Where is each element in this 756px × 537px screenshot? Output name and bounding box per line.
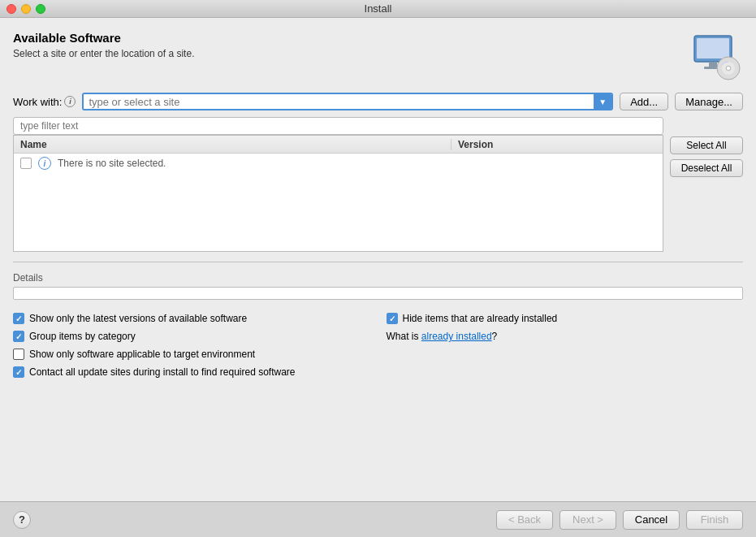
checkbox-label-2: Group items by category bbox=[29, 331, 136, 342]
site-input-wrapper: ▼ bbox=[82, 93, 613, 110]
table-header: Name Version bbox=[14, 136, 663, 154]
checkbox-row-3: Show only software applicable to target … bbox=[13, 349, 370, 360]
checkbox-contact-update-sites[interactable] bbox=[13, 366, 24, 378]
manage-button[interactable]: Manage... bbox=[675, 93, 743, 110]
checkbox-label-1: Show only the latest versions of availab… bbox=[29, 313, 247, 324]
deselect-all-button[interactable]: Deselect All bbox=[670, 159, 743, 177]
bottom-right: < Back Next > Cancel Finish bbox=[496, 510, 743, 530]
checkbox-label-5: Hide items that are already installed bbox=[403, 313, 558, 324]
svg-rect-2 bbox=[709, 62, 717, 67]
software-table: Name Version i There is no site selected… bbox=[13, 135, 663, 252]
main-content: Available Software Select a site or ente… bbox=[0, 18, 756, 501]
details-label: Details bbox=[13, 272, 743, 284]
minimize-button[interactable] bbox=[21, 4, 31, 14]
already-installed-link[interactable]: already installed bbox=[421, 331, 492, 342]
filter-input[interactable] bbox=[13, 117, 663, 135]
help-button[interactable]: ? bbox=[13, 511, 31, 529]
checkbox-hide-installed[interactable] bbox=[387, 313, 398, 324]
checkbox-row-2: Group items by category bbox=[13, 331, 370, 342]
checkbox-target-env[interactable] bbox=[13, 349, 24, 360]
header-section: Available Software Select a site or ente… bbox=[13, 31, 743, 83]
info-badge-icon: i bbox=[64, 96, 76, 107]
col-version-header: Version bbox=[451, 139, 663, 150]
table-row: i There is no site selected. bbox=[14, 154, 663, 173]
checkbox-col-right: Hide items that are already installed Wh… bbox=[387, 313, 744, 378]
checkbox-group-by-category[interactable] bbox=[13, 331, 24, 342]
computer-cd-icon bbox=[691, 31, 743, 83]
filter-table-area: Name Version i There is no site selected… bbox=[13, 117, 743, 252]
checkbox-label-6: What is already installed? bbox=[387, 331, 498, 342]
filter-row bbox=[13, 117, 663, 135]
finish-button[interactable]: Finish bbox=[686, 510, 743, 530]
row-info-icon: i bbox=[38, 157, 51, 170]
checkbox-latest-versions[interactable] bbox=[13, 313, 24, 324]
checkbox-col-left: Show only the latest versions of availab… bbox=[13, 313, 370, 378]
side-buttons: Select All Deselect All bbox=[670, 117, 743, 252]
next-button[interactable]: Next > bbox=[559, 510, 616, 530]
maximize-button[interactable] bbox=[36, 4, 45, 14]
checkbox-row-5: Hide items that are already installed bbox=[387, 313, 744, 324]
empty-message: There is no site selected. bbox=[58, 158, 166, 169]
close-button[interactable] bbox=[6, 4, 16, 14]
dropdown-arrow-button[interactable]: ▼ bbox=[594, 94, 611, 109]
checkbox-row-1: Show only the latest versions of availab… bbox=[13, 313, 370, 324]
checkbox-row-6: What is already installed? bbox=[387, 331, 744, 342]
details-section: Details bbox=[13, 272, 743, 300]
select-all-button[interactable]: Select All bbox=[670, 136, 743, 154]
checkbox-row-4: Contact all update sites during install … bbox=[13, 366, 370, 378]
table-container: Name Version i There is no site selected… bbox=[13, 117, 663, 252]
add-button[interactable]: Add... bbox=[620, 93, 668, 110]
back-button[interactable]: < Back bbox=[496, 510, 553, 530]
title-bar: Install bbox=[0, 0, 756, 18]
separator bbox=[13, 262, 743, 262]
bottom-left: ? bbox=[13, 511, 31, 529]
page-subtitle: Select a site or enter the location of a… bbox=[13, 48, 691, 59]
col-name-header: Name bbox=[14, 139, 451, 150]
svg-rect-1 bbox=[697, 38, 729, 58]
header-icon bbox=[691, 31, 743, 83]
site-input[interactable] bbox=[84, 94, 594, 109]
svg-point-7 bbox=[727, 67, 730, 70]
header-text: Available Software Select a site or ente… bbox=[13, 31, 691, 59]
row-checkbox[interactable] bbox=[20, 158, 32, 169]
work-with-row: Work with: i ▼ Add... Manage... bbox=[13, 93, 743, 110]
checkbox-label-4: Contact all update sites during install … bbox=[29, 366, 296, 378]
checkbox-label-3: Show only software applicable to target … bbox=[29, 349, 255, 360]
work-with-label: Work with: i bbox=[13, 96, 76, 108]
page-title: Available Software bbox=[13, 31, 691, 45]
checkboxes-section: Show only the latest versions of availab… bbox=[13, 313, 743, 378]
bottom-bar: ? < Back Next > Cancel Finish bbox=[0, 501, 756, 537]
traffic-lights bbox=[6, 4, 45, 14]
window-title: Install bbox=[365, 2, 392, 15]
cancel-button[interactable]: Cancel bbox=[623, 510, 680, 530]
details-bar bbox=[13, 287, 743, 300]
table-body: i There is no site selected. bbox=[14, 154, 663, 251]
